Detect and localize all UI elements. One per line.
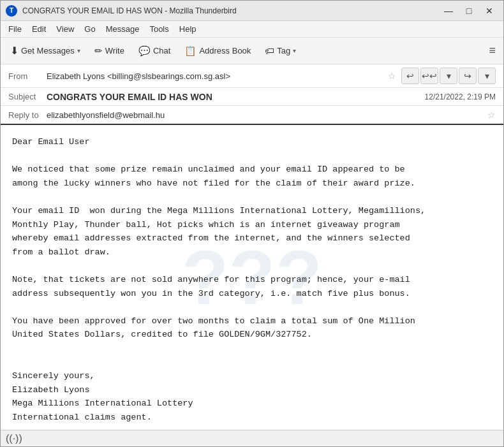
star-icon[interactable]: ☆	[388, 71, 396, 81]
address-book-icon: 📋	[184, 45, 196, 57]
menu-file[interactable]: File	[3, 23, 27, 35]
reply-icon-btn[interactable]: ↩	[401, 68, 419, 84]
address-book-label: Address Book	[199, 46, 251, 55]
menu-edit[interactable]: Edit	[27, 23, 51, 35]
status-icon-area: ((·))	[6, 433, 22, 444]
hamburger-menu-button[interactable]: ≡	[485, 43, 500, 59]
status-bar: ((·))	[1, 430, 503, 446]
reply-to-row: Reply to elizabethlyonsfield@webmail.hu …	[1, 106, 503, 124]
maximize-button[interactable]: □	[460, 4, 478, 17]
nav-buttons: ↩ ↩↩ ▾ ↪ ▾	[401, 68, 496, 84]
minimize-button[interactable]: —	[440, 4, 457, 17]
from-label: From	[8, 71, 47, 81]
menu-bar: File Edit View Go Message Tools Help	[1, 21, 503, 38]
from-value: Elizabeth Lyons <billing@slsbearings.com…	[47, 71, 388, 81]
chat-icon: 💬	[138, 45, 151, 57]
menu-view[interactable]: View	[51, 23, 79, 35]
thunderbird-logo: T	[6, 5, 17, 17]
get-messages-label: Get Messages	[21, 46, 75, 55]
get-messages-dropdown-icon[interactable]: ▾	[77, 47, 80, 54]
reply-to-label: Reply to	[8, 110, 47, 120]
email-header: From Elizabeth Lyons <billing@slsbearing…	[1, 64, 503, 125]
email-body: Dear Email User We noticed that some pri…	[12, 135, 492, 424]
menu-message[interactable]: Message	[101, 23, 145, 35]
reply-all-icon-btn[interactable]: ↩↩	[420, 68, 438, 84]
subject-row: Subject CONGRATS YOUR EMAIL ID HAS WON 1…	[1, 88, 503, 106]
menu-tools[interactable]: Tools	[144, 23, 174, 35]
title-bar: T CONGRATS YOUR EMAIL ID HAS WON - Mozil…	[1, 1, 503, 21]
get-messages-icon: ⬇	[10, 45, 19, 57]
get-messages-button[interactable]: ⬇ Get Messages ▾	[4, 41, 86, 60]
address-book-button[interactable]: 📋 Address Book	[179, 42, 256, 60]
tag-label: Tag	[277, 46, 290, 55]
reply-to-star-icon[interactable]: ☆	[487, 110, 496, 120]
window-title: CONGRATS YOUR EMAIL ID HAS WON - Mozilla…	[22, 6, 440, 15]
email-timestamp: 12/21/2022, 2:19 PM	[425, 92, 496, 101]
tag-dropdown-icon[interactable]: ▾	[293, 47, 296, 54]
chat-label: Chat	[153, 46, 170, 55]
window-controls: — □ ✕	[440, 4, 498, 17]
toolbar: ⬇ Get Messages ▾ ✏ Write 💬 Chat 📋 Addres…	[1, 38, 503, 64]
app-icon: T	[6, 5, 17, 17]
reply-to-value: elizabethlyonsfield@webmail.hu	[47, 110, 487, 120]
subject-value: CONGRATS YOUR EMAIL ID HAS WON	[47, 92, 425, 102]
write-label: Write	[105, 46, 124, 55]
forward-btn[interactable]: ↪	[459, 68, 477, 84]
write-button[interactable]: ✏ Write	[89, 42, 130, 60]
tag-button[interactable]: 🏷 Tag ▾	[259, 42, 302, 59]
subject-label: Subject	[8, 92, 47, 101]
more-arrow-btn[interactable]: ▾	[440, 68, 457, 84]
menu-go[interactable]: Go	[79, 23, 100, 35]
close-button[interactable]: ✕	[480, 4, 498, 17]
write-icon: ✏	[94, 45, 103, 57]
signal-icon: ((·))	[6, 433, 22, 444]
chat-button[interactable]: 💬 Chat	[133, 42, 176, 60]
email-body-container: ??? Dear Email User We noticed that some…	[1, 125, 503, 430]
from-row: From Elizabeth Lyons <billing@slsbearing…	[1, 64, 503, 88]
more-btn[interactable]: ▾	[478, 68, 496, 84]
menu-help[interactable]: Help	[174, 23, 202, 35]
tag-icon: 🏷	[265, 45, 274, 56]
main-window: T CONGRATS YOUR EMAIL ID HAS WON - Mozil…	[0, 0, 504, 447]
